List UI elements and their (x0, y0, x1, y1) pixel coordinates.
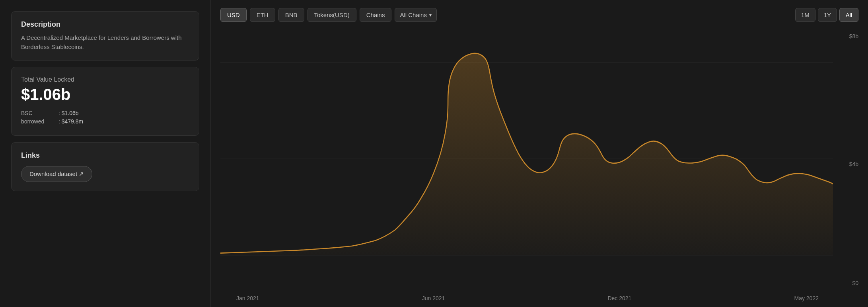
x-label-jun2021: Jun 2021 (422, 295, 445, 301)
chains-dropdown-label: All Chains (400, 12, 427, 18)
tvl-card: Total Value Locked $1.06b BSC : $1.06b b… (11, 67, 199, 136)
chart-svg (220, 29, 833, 289)
toolbar-right: 1M 1Y All (795, 8, 858, 22)
time-1y-button[interactable]: 1Y (818, 8, 837, 22)
toolbar: USD ETH BNB Tokens(USD) Chains All Chain… (220, 8, 858, 22)
download-button[interactable]: Download dataset ↗ (21, 166, 92, 182)
description-title: Description (21, 20, 189, 29)
links-title: Links (21, 151, 189, 160)
x-label-jan2021: Jan 2021 (236, 295, 259, 301)
x-label-dec2021: Dec 2021 (607, 295, 631, 301)
time-1m-button[interactable]: 1M (795, 8, 815, 22)
chevron-down-icon: ▾ (429, 12, 432, 18)
x-label-may2022: May 2022 (794, 295, 818, 301)
chain-bsc-value: $1.06b (62, 110, 79, 116)
chain-bsc-key: BSC (21, 110, 57, 116)
filter-tokens-usd-button[interactable]: Tokens(USD) (307, 8, 356, 22)
chart-area: $8b $4b $0 Jan 2021 Jun 2021 D (220, 29, 858, 301)
y-label-0: $0 (852, 280, 858, 286)
chain-borrowed-value: $479.8m (62, 118, 83, 125)
toolbar-left: USD ETH BNB Tokens(USD) Chains All Chain… (220, 8, 437, 22)
time-all-button[interactable]: All (839, 8, 858, 22)
download-label: Download dataset ↗ (29, 170, 84, 178)
filter-usd-button[interactable]: USD (220, 8, 247, 22)
right-panel: USD ETH BNB Tokens(USD) Chains All Chain… (211, 0, 868, 307)
description-text: A Decentralized Marketplace for Lenders … (21, 33, 189, 51)
description-card: Description A Decentralized Marketplace … (11, 11, 199, 61)
x-axis-labels: Jan 2021 Jun 2021 Dec 2021 May 2022 (220, 295, 835, 301)
y-label-8b: $8b (849, 33, 858, 39)
chain-bsc-separator: : (57, 110, 62, 116)
filter-eth-button[interactable]: ETH (250, 8, 275, 22)
chain-borrowed-separator: : (57, 118, 62, 125)
y-label-4b: $4b (849, 161, 858, 167)
tvl-label: Total Value Locked (21, 76, 189, 83)
chain-borrowed-row: borrowed : $479.8m (21, 118, 189, 125)
links-card: Links Download dataset ↗ (11, 142, 199, 191)
chain-bsc-row: BSC : $1.06b (21, 110, 189, 116)
chain-borrowed-key: borrowed (21, 118, 57, 125)
filter-chains-button[interactable]: Chains (360, 8, 392, 22)
tvl-value: $1.06b (21, 86, 189, 104)
left-panel: Description A Decentralized Marketplace … (0, 0, 211, 307)
filter-bnb-button[interactable]: BNB (278, 8, 304, 22)
chains-dropdown[interactable]: All Chains ▾ (395, 8, 437, 22)
